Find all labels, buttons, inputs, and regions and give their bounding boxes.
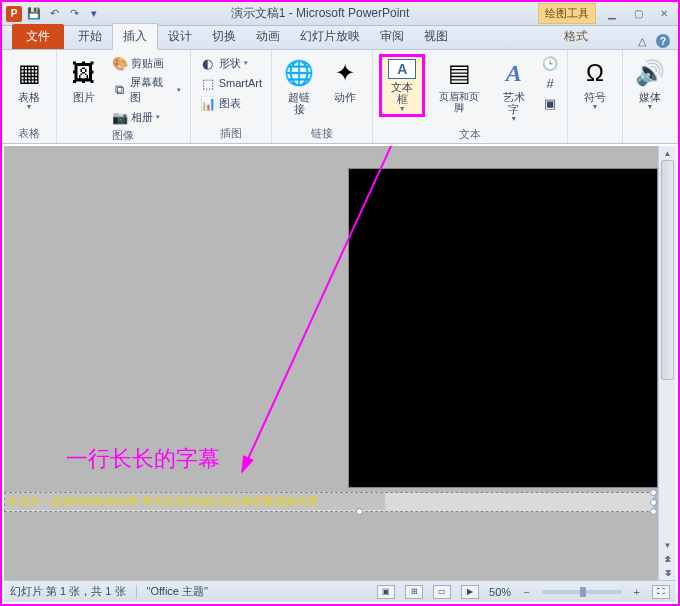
drawing-tools-tab[interactable]: 绘图工具: [538, 3, 596, 24]
smartart-button[interactable]: ⬚SmartArt: [197, 74, 265, 92]
next-slide-icon[interactable]: ⯯: [659, 566, 676, 580]
album-icon: 📷: [112, 109, 128, 125]
slide-canvas[interactable]: 一行长长的字幕 永远在一起啦啦啦啦啦啦啦 每天给我幸福给我比糖还要甜蜜的爱: [4, 146, 658, 580]
maximize-button[interactable]: ▢: [628, 7, 648, 21]
chart-label: 图表: [219, 96, 241, 111]
sorter-view-button[interactable]: ⊞: [405, 585, 423, 599]
chevron-down-icon: ▾: [244, 59, 248, 67]
window-title: 演示文稿1 - Microsoft PowerPoint: [102, 5, 538, 22]
undo-icon[interactable]: ↶: [46, 6, 62, 22]
media-label: 媒体: [639, 91, 661, 103]
tab-format[interactable]: 格式: [554, 24, 598, 49]
smartart-label: SmartArt: [219, 77, 262, 89]
qat-more-icon[interactable]: ▾: [86, 6, 102, 22]
screenshot-button[interactable]: ⧉屏幕截图▾: [109, 74, 184, 106]
redo-icon[interactable]: ↷: [66, 6, 82, 22]
hyperlink-label: 超链接: [283, 91, 316, 115]
vertical-scrollbar[interactable]: ▲ ▼ ⯭ ⯯: [658, 146, 676, 580]
help-icon[interactable]: ?: [656, 34, 670, 48]
hyperlink-icon: 🌐: [283, 57, 315, 89]
chart-button[interactable]: 📊图表: [197, 94, 265, 112]
chevron-down-icon: ▼: [647, 103, 654, 110]
resize-handle[interactable]: [356, 508, 363, 515]
scroll-thumb[interactable]: [661, 160, 674, 380]
datetime-button[interactable]: 🕒: [539, 54, 561, 72]
header-footer-button[interactable]: ▤ 页眉和页脚: [429, 54, 488, 116]
slidenum-button[interactable]: #: [539, 74, 561, 92]
object-icon: ▣: [542, 95, 558, 111]
ribbon: ▦ 表格 ▼ 表格 🖼 图片 🎨剪贴画 ⧉屏幕截图▾ 📷相册▾ 图像 ◐形状▾: [2, 50, 678, 144]
reading-view-button[interactable]: ▭: [433, 585, 451, 599]
statusbar: 幻灯片 第 1 张，共 1 张 "Office 主题" ▣ ⊞ ▭ ▶ 50% …: [4, 580, 676, 602]
action-icon: ✦: [329, 57, 361, 89]
zoom-level[interactable]: 50%: [489, 586, 511, 598]
group-tables: ▦ 表格 ▼ 表格: [2, 50, 57, 143]
media-icon: 🔊: [634, 57, 666, 89]
scroll-up-icon[interactable]: ▲: [659, 146, 676, 160]
subtitle-textbox[interactable]: 永远在一起啦啦啦啦啦啦啦 每天给我幸福给我比糖还要甜蜜的爱: [4, 492, 654, 512]
group-illustrations: ◐形状▾ ⬚SmartArt 📊图表 插图: [191, 50, 272, 143]
quick-access-toolbar: 💾 ↶ ↷ ▾: [26, 6, 102, 22]
chevron-down-icon: ▼: [510, 115, 517, 122]
app-icon[interactable]: P: [6, 6, 22, 22]
clipart-button[interactable]: 🎨剪贴画: [109, 54, 184, 72]
object-button[interactable]: ▣: [539, 94, 561, 112]
hyperlink-button[interactable]: 🌐 超链接: [278, 54, 321, 118]
action-button[interactable]: ✦ 动作: [325, 54, 367, 106]
subtitle-text[interactable]: 永远在一起啦啦啦啦啦啦啦 每天给我幸福给我比糖还要甜蜜的爱: [5, 493, 385, 510]
tab-view[interactable]: 视图: [414, 24, 458, 49]
table-label: 表格: [18, 91, 40, 103]
scroll-down-icon[interactable]: ▼: [659, 538, 676, 552]
chevron-down-icon: ▾: [156, 113, 160, 121]
resize-handle[interactable]: [650, 499, 657, 506]
slideshow-view-button[interactable]: ▶: [461, 585, 479, 599]
slide-counter: 幻灯片 第 1 张，共 1 张: [10, 584, 126, 599]
symbol-button[interactable]: Ω 符号 ▼: [574, 54, 616, 113]
clipart-label: 剪贴画: [131, 56, 164, 71]
chevron-down-icon: ▼: [399, 105, 406, 112]
slide-content-rect[interactable]: [348, 168, 658, 488]
group-label-text: 文本: [379, 125, 561, 144]
group-symbols: Ω 符号 ▼ 符号: [568, 50, 623, 143]
resize-handle[interactable]: [650, 489, 657, 496]
action-label: 动作: [334, 91, 356, 103]
group-media: 🔊 媒体 ▼ 媒体: [623, 50, 678, 143]
shapes-button[interactable]: ◐形状▾: [197, 54, 265, 72]
tab-transitions[interactable]: 切换: [202, 24, 246, 49]
slidenum-icon: #: [542, 75, 558, 91]
picture-label: 图片: [73, 91, 95, 103]
tab-insert[interactable]: 插入: [112, 23, 158, 50]
zoom-out-button[interactable]: −: [521, 586, 531, 598]
media-button[interactable]: 🔊 媒体 ▼: [629, 54, 671, 113]
normal-view-button[interactable]: ▣: [377, 585, 395, 599]
file-tab[interactable]: 文件: [12, 24, 64, 49]
fit-button[interactable]: ⛶: [652, 585, 670, 599]
zoom-thumb[interactable]: [580, 587, 586, 597]
tab-slideshow[interactable]: 幻灯片放映: [290, 24, 370, 49]
picture-icon: 🖼: [68, 57, 100, 89]
tab-home[interactable]: 开始: [68, 24, 112, 49]
picture-button[interactable]: 🖼 图片: [63, 54, 105, 106]
album-label: 相册: [131, 110, 153, 125]
symbol-icon: Ω: [579, 57, 611, 89]
save-icon[interactable]: 💾: [26, 6, 42, 22]
textbox-button[interactable]: A 文本框 ▼: [379, 54, 425, 117]
minimize-ribbon-icon[interactable]: △: [634, 33, 650, 49]
zoom-in-button[interactable]: +: [632, 586, 642, 598]
zoom-slider[interactable]: [542, 590, 622, 594]
clipart-icon: 🎨: [112, 55, 128, 71]
tab-animations[interactable]: 动画: [246, 24, 290, 49]
album-button[interactable]: 📷相册▾: [109, 108, 184, 126]
tab-design[interactable]: 设计: [158, 24, 202, 49]
theme-name: "Office 主题": [147, 584, 208, 599]
tab-review[interactable]: 审阅: [370, 24, 414, 49]
prev-slide-icon[interactable]: ⯭: [659, 552, 676, 566]
resize-handle[interactable]: [650, 508, 657, 515]
table-icon: ▦: [13, 57, 45, 89]
separator: [136, 585, 137, 599]
table-button[interactable]: ▦ 表格 ▼: [8, 54, 50, 113]
wordart-button[interactable]: A 艺术字 ▼: [493, 54, 535, 125]
close-button[interactable]: ✕: [654, 7, 674, 21]
chart-icon: 📊: [200, 95, 216, 111]
minimize-button[interactable]: ▁: [602, 7, 622, 21]
